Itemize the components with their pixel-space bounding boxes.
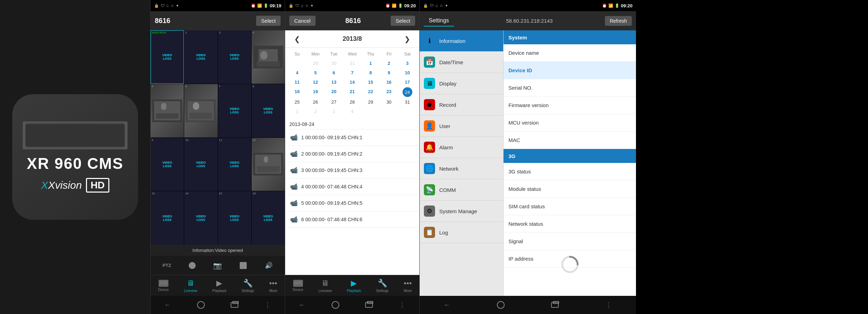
grid-cell-11[interactable]: 11 VIDEOLOSS bbox=[218, 138, 251, 191]
nav-dots-2[interactable]: ⋮ bbox=[261, 298, 275, 312]
recent-button-4[interactable] bbox=[548, 298, 562, 312]
record-item-3[interactable]: 📹 3 00:00:00- 09:19:45 CHN:3 bbox=[285, 162, 419, 179]
cal-day-3[interactable]: 3 bbox=[398, 59, 417, 68]
back-button-3[interactable]: ← bbox=[295, 298, 309, 312]
settings-item-system-manage[interactable]: ⚙ System Manage bbox=[420, 201, 503, 222]
submenu-device-id[interactable]: Device ID bbox=[504, 62, 636, 79]
grid-cell-10[interactable]: 10 VIDEOLOSS bbox=[184, 138, 217, 191]
grid-cell-7[interactable]: 7 VIDEOLOSS bbox=[218, 84, 251, 137]
submenu-network-status[interactable]: Network status bbox=[504, 215, 636, 233]
grid-cell-14[interactable]: 14 VIDEOLOSS bbox=[184, 191, 217, 245]
settings-item-datetime[interactable]: 📅 Date/Time bbox=[420, 52, 503, 73]
recent-button-3[interactable] bbox=[362, 298, 376, 312]
toolbar-more[interactable]: ••• More bbox=[266, 277, 280, 294]
cal-prev-button[interactable]: ❮ bbox=[291, 33, 304, 45]
toolbar-playback[interactable]: ▶ Playback bbox=[210, 277, 230, 294]
settings-item-display[interactable]: 🖥 Display bbox=[420, 73, 503, 94]
toolbar-settings[interactable]: 🔧 Settings bbox=[239, 277, 257, 294]
nav-dots-3[interactable]: ⋮ bbox=[396, 298, 410, 312]
cal-day-13[interactable]: 13 bbox=[325, 78, 343, 87]
cal-day-12[interactable]: 12 bbox=[306, 78, 325, 87]
home-button-2[interactable] bbox=[194, 298, 208, 312]
submenu-firmware-version[interactable]: Firmware version bbox=[504, 97, 636, 114]
home-button-4[interactable] bbox=[494, 298, 508, 312]
cal-day-11[interactable]: 11 bbox=[288, 78, 306, 87]
settings-item-alarm[interactable]: 🔔 Alarm bbox=[420, 137, 503, 158]
settings-item-log[interactable]: 📋 Log bbox=[420, 222, 503, 243]
cal-day-18[interactable]: 18 bbox=[288, 87, 306, 97]
submenu-mac[interactable]: MAC bbox=[504, 132, 636, 149]
cal-day-20[interactable]: 20 bbox=[325, 87, 343, 97]
grid-cell-13[interactable]: 13 VIDEOLOSS bbox=[151, 191, 184, 245]
cal-day-16[interactable]: 16 bbox=[380, 78, 398, 87]
record-item-5[interactable]: 📹 5 00:00:00- 09:19:45 CHN:5 bbox=[285, 195, 419, 211]
toolbar-settings-3[interactable]: 🔧 Settings bbox=[373, 277, 391, 294]
submenu-device-name[interactable]: Device name bbox=[504, 44, 636, 62]
cal-day-22[interactable]: 22 bbox=[361, 87, 380, 97]
back-button-4[interactable]: ← bbox=[440, 298, 454, 312]
grid-cell-6[interactable]: 6 bbox=[184, 84, 217, 137]
playback-select-button[interactable]: Select bbox=[391, 16, 415, 26]
cal-day-5[interactable]: 5 bbox=[306, 68, 325, 77]
cal-day-31[interactable]: 31 bbox=[398, 98, 417, 106]
nav-dots-4[interactable]: ⋮ bbox=[602, 298, 616, 312]
submenu-sim-card-status[interactable]: SIM card status bbox=[504, 198, 636, 215]
settings-item-record[interactable]: ⏺ Record bbox=[420, 94, 503, 115]
record-item-4[interactable]: 📹 4 00:00:00- 07:46:48 CHN:4 bbox=[285, 179, 419, 195]
liveview-select-button[interactable]: Select bbox=[256, 16, 281, 26]
refresh-button[interactable]: Refresh bbox=[605, 16, 632, 26]
grid-cell-5[interactable]: 5 bbox=[151, 84, 184, 137]
submenu-signal[interactable]: Signal bbox=[504, 233, 636, 250]
cancel-button[interactable]: Cancel bbox=[289, 16, 316, 26]
settings-tab-button[interactable]: Settings bbox=[424, 15, 454, 27]
snapshot-button[interactable]: 📷 bbox=[211, 259, 224, 272]
toolbar-playback-3[interactable]: ▶ Playback bbox=[344, 277, 364, 294]
audio-button[interactable]: 🔊 bbox=[262, 259, 275, 272]
cal-day-2[interactable]: 2 bbox=[380, 59, 398, 68]
grid-cell-12[interactable]: 12 bbox=[252, 138, 285, 191]
record-item-1[interactable]: 📹 1 00:00:00- 09:19:45 CHN:1 bbox=[285, 129, 419, 146]
submenu-3g-status[interactable]: 3G status bbox=[504, 163, 636, 180]
submenu-mcu-version[interactable]: MCU version bbox=[504, 114, 636, 132]
cal-day-28[interactable]: 28 bbox=[343, 98, 362, 106]
record-button[interactable] bbox=[186, 259, 198, 272]
settings-item-user[interactable]: 👤 User bbox=[420, 115, 503, 137]
submenu-module-status[interactable]: Module status bbox=[504, 180, 636, 198]
cal-day-24-selected[interactable]: 24 bbox=[403, 87, 412, 97]
cal-day-21[interactable]: 21 bbox=[343, 87, 362, 97]
toolbar-liveview-3[interactable]: 🖥 Liveview bbox=[316, 277, 334, 294]
record-item-6[interactable]: 📹 6 00:00:00- 07:46:48 CHN:6 bbox=[285, 211, 419, 228]
grid-cell-2[interactable]: 2 VIDEOLOSS bbox=[184, 30, 217, 84]
cal-day-1[interactable]: 1 bbox=[361, 59, 380, 68]
cal-next-button[interactable]: ❯ bbox=[401, 33, 414, 45]
grid-cell-1[interactable]: 4/2013 09:19 VIDEOLOSS bbox=[151, 30, 184, 84]
cal-day-25[interactable]: 25 bbox=[288, 98, 306, 106]
grid-cell-4[interactable]: 4 bbox=[252, 30, 285, 84]
grid-cell-8[interactable]: 8 VIDEOLOSS bbox=[252, 84, 285, 137]
cal-day-10[interactable]: 10 bbox=[398, 68, 417, 77]
cal-day-23[interactable]: 23 bbox=[380, 87, 398, 97]
cal-day-6[interactable]: 6 bbox=[325, 68, 343, 77]
cal-day-9[interactable]: 9 bbox=[380, 68, 398, 77]
settings-item-network[interactable]: 🌐 Network bbox=[420, 158, 503, 179]
record-item-2[interactable]: 📹 2 00:00:00- 09:19:45 CHN:2 bbox=[285, 146, 419, 162]
toolbar-liveview[interactable]: 🖥 Liveview bbox=[181, 277, 200, 294]
toolbar-device-3[interactable]: DVR Device bbox=[290, 278, 306, 293]
grid-cell-15[interactable]: 15 VIDEOLOSS bbox=[218, 191, 251, 245]
recent-button-2[interactable] bbox=[227, 298, 241, 312]
home-button-3[interactable] bbox=[328, 298, 342, 312]
toolbar-more-3[interactable]: ••• More bbox=[401, 277, 414, 294]
cal-day-29[interactable]: 29 bbox=[361, 98, 380, 106]
cal-day-4[interactable]: 4 bbox=[288, 68, 306, 77]
cal-day-14[interactable]: 14 bbox=[343, 78, 362, 87]
ptz-button[interactable]: PTZ bbox=[160, 259, 173, 272]
cal-day-7[interactable]: 7 bbox=[343, 68, 362, 77]
cal-day-15[interactable]: 15 bbox=[361, 78, 380, 87]
cal-day-27[interactable]: 27 bbox=[325, 98, 343, 106]
cal-day-19[interactable]: 19 bbox=[306, 87, 325, 97]
grid-cell-9[interactable]: 9 VIDEOLOSS bbox=[151, 138, 184, 191]
stop-button[interactable] bbox=[237, 259, 249, 272]
submenu-serial-no[interactable]: Serial NO. bbox=[504, 79, 636, 97]
grid-cell-16[interactable]: 16 VIDEOLOSS bbox=[252, 191, 285, 245]
cal-day-30[interactable]: 30 bbox=[380, 98, 398, 106]
